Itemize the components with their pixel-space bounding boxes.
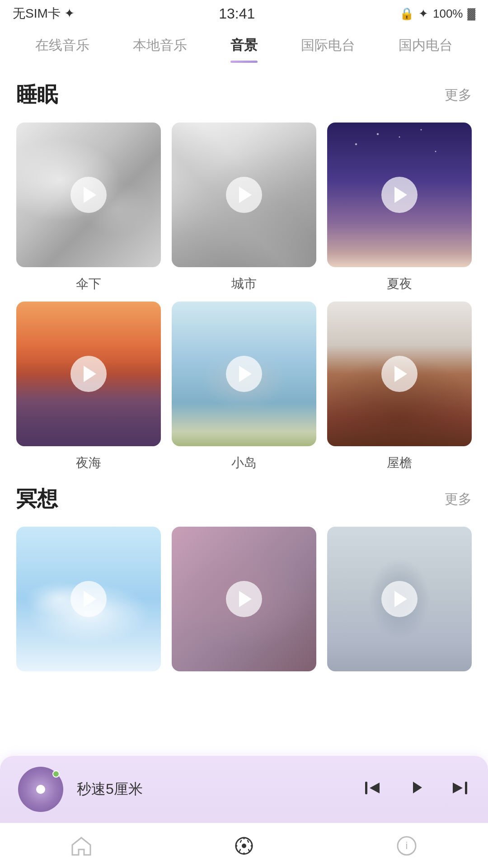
status-right: 🔒 ✦ 100% ▓ xyxy=(399,7,475,21)
nightsea-thumb[interactable] xyxy=(16,302,161,446)
sleep-more-button[interactable]: 更多 xyxy=(445,86,472,104)
play-island-button[interactable] xyxy=(226,356,262,392)
list-item-summernight: 夏夜 xyxy=(327,123,472,292)
bottom-nav: i xyxy=(0,823,488,868)
list-item-swirls xyxy=(172,527,316,671)
player-title: 秒速5厘米 xyxy=(77,779,349,799)
tab-soundscape[interactable]: 音景 xyxy=(230,36,258,63)
list-item-eaves: 屋檐 xyxy=(327,302,472,472)
umbrella-label: 伞下 xyxy=(76,275,101,292)
svg-point-3 xyxy=(242,844,246,848)
city-label: 城市 xyxy=(231,275,257,292)
summernight-label: 夏夜 xyxy=(387,275,412,292)
sleep-row-2: 夜海 小岛 屋檐 xyxy=(16,302,472,472)
sleep-section-title: 睡眠 xyxy=(16,81,58,109)
eaves-thumb[interactable] xyxy=(327,302,472,446)
play-eaves-button[interactable] xyxy=(381,356,418,392)
meditation-more-button[interactable]: 更多 xyxy=(445,490,472,509)
bird-thumb[interactable] xyxy=(327,527,472,671)
svg-text:i: i xyxy=(406,840,408,851)
status-time: 13:41 xyxy=(219,5,255,22)
nav-home[interactable] xyxy=(70,834,93,858)
player-album-art[interactable] xyxy=(18,767,63,812)
clouds-thumb[interactable] xyxy=(16,527,161,671)
album-online-dot xyxy=(52,770,60,778)
play-umbrella-button[interactable] xyxy=(70,177,107,213)
play-clouds-button[interactable] xyxy=(70,581,107,617)
city-thumb[interactable] xyxy=(172,123,316,267)
eaves-label: 屋檐 xyxy=(387,454,412,472)
sleep-row-1: 伞下 城市 夏夜 xyxy=(16,123,472,292)
lock-icon: 🔒 xyxy=(399,7,414,21)
battery-icon: ▓ xyxy=(467,7,475,20)
play-nightsea-button[interactable] xyxy=(70,356,107,392)
list-item-nightsea: 夜海 xyxy=(16,302,161,472)
main-content: 睡眠 更多 伞下 城市 夏夜 夜海 xyxy=(0,63,488,671)
summernight-thumb[interactable] xyxy=(327,123,472,267)
nav-music[interactable] xyxy=(232,834,256,858)
next-button[interactable] xyxy=(450,778,470,801)
meditation-row-1 xyxy=(16,527,472,671)
list-item-umbrella: 伞下 xyxy=(16,123,161,292)
meditation-section: 冥想 更多 xyxy=(16,485,472,671)
play-pause-button[interactable] xyxy=(405,776,427,802)
list-item-city: 城市 xyxy=(172,123,316,292)
meditation-section-title: 冥想 xyxy=(16,485,58,513)
prev-button[interactable] xyxy=(362,778,382,801)
meditation-section-header: 冥想 更多 xyxy=(16,485,472,513)
sleep-section-header: 睡眠 更多 xyxy=(16,81,472,109)
tab-online[interactable]: 在线音乐 xyxy=(35,36,89,63)
umbrella-thumb[interactable] xyxy=(16,123,161,267)
status-bar: 无SIM卡 ✦ 13:41 🔒 ✦ 100% ▓ xyxy=(0,0,488,27)
play-city-button[interactable] xyxy=(226,177,262,213)
svg-rect-1 xyxy=(465,782,467,794)
tab-local[interactable]: 本地音乐 xyxy=(133,36,187,63)
nav-info[interactable]: i xyxy=(395,834,418,858)
player-info: 秒速5厘米 xyxy=(77,779,349,799)
tab-cn-radio[interactable]: 国内电台 xyxy=(399,36,453,63)
bottom-player: 秒速5厘米 xyxy=(0,756,488,823)
play-summernight-button[interactable] xyxy=(381,177,418,213)
svg-rect-0 xyxy=(365,782,367,794)
play-bird-button[interactable] xyxy=(381,581,418,617)
island-label: 小岛 xyxy=(231,454,257,472)
swirls-thumb[interactable] xyxy=(172,527,316,671)
tab-intl-radio[interactable]: 国际电台 xyxy=(301,36,355,63)
island-thumb[interactable] xyxy=(172,302,316,446)
player-controls xyxy=(362,776,470,802)
nav-tabs: 在线音乐 本地音乐 音景 国际电台 国内电台 xyxy=(0,27,488,63)
status-carrier: 无SIM卡 ✦ xyxy=(13,5,75,22)
list-item-clouds xyxy=(16,527,161,671)
list-item-island: 小岛 xyxy=(172,302,316,472)
list-item-bird xyxy=(327,527,472,671)
nightsea-label: 夜海 xyxy=(76,454,101,472)
play-swirls-button[interactable] xyxy=(226,581,262,617)
bluetooth-icon: ✦ xyxy=(418,7,428,21)
